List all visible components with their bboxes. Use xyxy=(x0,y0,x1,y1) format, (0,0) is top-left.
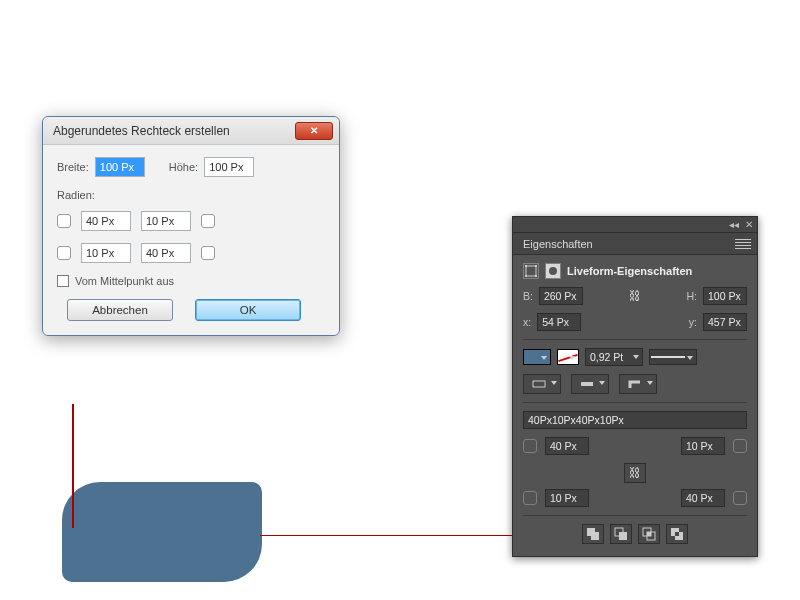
height-label: Höhe: xyxy=(169,161,198,173)
svg-rect-14 xyxy=(647,532,651,536)
radius-tr-field[interactable]: 10 Px xyxy=(681,437,725,455)
separator xyxy=(523,402,747,403)
fill-color-swatch[interactable] xyxy=(523,349,551,365)
liveform-mask-icon[interactable] xyxy=(545,263,561,279)
stroke-align-dropdown[interactable] xyxy=(523,374,561,394)
panel-tabbar: Eigenschaften xyxy=(513,233,757,255)
stroke-color-none[interactable] xyxy=(557,349,579,365)
pathfinder-intersect-button[interactable] xyxy=(638,524,660,544)
corner-bl-icon xyxy=(523,491,537,505)
width-label: Breite: xyxy=(57,161,89,173)
svg-rect-9 xyxy=(591,532,599,540)
height-h-field[interactable]: 100 Px xyxy=(703,287,747,305)
x-field[interactable]: 54 Px xyxy=(537,313,581,331)
corner-br-icon xyxy=(733,491,747,505)
stroke-weight-field[interactable]: 0,92 Pt xyxy=(585,348,643,366)
stroke-join-dropdown[interactable] xyxy=(619,374,657,394)
height-input[interactable]: 100 Px xyxy=(204,157,254,177)
separator xyxy=(523,515,747,516)
pathfinder-exclude-button[interactable] xyxy=(666,524,688,544)
properties-panel: ◂◂ ✕ Eigenschaften Liveform-Eigenschafte… xyxy=(512,216,758,557)
radius-tl-input[interactable]: 40 Px xyxy=(81,211,131,231)
radius-br-field[interactable]: 40 Px xyxy=(681,489,725,507)
corner-top-left-icon xyxy=(57,214,71,228)
panel-top-strip: ◂◂ ✕ xyxy=(513,217,757,233)
separator xyxy=(523,339,747,340)
panel-header: Liveform-Eigenschaften xyxy=(567,265,692,277)
panel-tab-properties[interactable]: Eigenschaften xyxy=(523,238,593,250)
stroke-style-dropdown[interactable] xyxy=(649,349,697,365)
from-center-checkbox[interactable] xyxy=(57,275,69,287)
svg-rect-17 xyxy=(675,532,679,536)
corner-bottom-left-icon xyxy=(57,246,71,260)
create-rounded-rectangle-dialog: Abgerundetes Rechteck erstellen ✕ Breite… xyxy=(42,116,340,336)
stroke-cap-dropdown[interactable] xyxy=(571,374,609,394)
pathfinder-unite-button[interactable] xyxy=(582,524,604,544)
radius-bl-input[interactable]: 10 Px xyxy=(81,243,131,263)
close-panel-icon[interactable]: ✕ xyxy=(745,219,753,230)
dialog-titlebar[interactable]: Abgerundetes Rechteck erstellen ✕ xyxy=(43,117,339,145)
y-label: y: xyxy=(689,316,697,328)
dialog-title: Abgerundetes Rechteck erstellen xyxy=(53,124,230,138)
corner-tl-icon xyxy=(523,439,537,453)
svg-point-5 xyxy=(549,267,557,275)
pathfinder-subtract-button[interactable] xyxy=(610,524,632,544)
annotation-line xyxy=(260,535,512,536)
svg-rect-1 xyxy=(525,265,527,267)
svg-rect-2 xyxy=(535,265,537,267)
panel-menu-icon[interactable] xyxy=(735,239,751,249)
y-field[interactable]: 457 Px xyxy=(703,313,747,331)
radius-br-input[interactable]: 40 Px xyxy=(141,243,191,263)
close-button[interactable]: ✕ xyxy=(295,122,333,140)
radius-bl-field[interactable]: 10 Px xyxy=(545,489,589,507)
collapse-icon[interactable]: ◂◂ xyxy=(729,219,739,230)
width-input[interactable]: 100 Px xyxy=(95,157,145,177)
height-h-label: H: xyxy=(687,290,698,302)
svg-rect-3 xyxy=(525,275,527,277)
width-b-label: B: xyxy=(523,290,533,302)
radii-label: Radien: xyxy=(57,189,325,201)
cancel-button[interactable]: Abbrechen xyxy=(67,299,173,321)
annotation-line xyxy=(72,404,74,528)
link-wh-icon[interactable]: ⛓ xyxy=(629,289,641,303)
corner-tr-icon xyxy=(733,439,747,453)
radii-summary-field[interactable]: 40Px10Px40Px10Px xyxy=(523,411,747,429)
link-radii-button[interactable]: ⛓ xyxy=(624,463,646,483)
svg-rect-4 xyxy=(535,275,537,277)
ok-button[interactable]: OK xyxy=(195,299,301,321)
svg-rect-11 xyxy=(619,532,627,540)
svg-rect-0 xyxy=(526,266,536,276)
liveform-bounds-icon[interactable] xyxy=(523,263,539,279)
width-b-field[interactable]: 260 Px xyxy=(539,287,583,305)
corner-bottom-right-icon xyxy=(201,246,215,260)
svg-rect-6 xyxy=(533,381,545,387)
from-center-label: Vom Mittelpunkt aus xyxy=(75,275,174,287)
radius-tl-field[interactable]: 40 Px xyxy=(545,437,589,455)
x-label: x: xyxy=(523,316,531,328)
corner-top-right-icon xyxy=(201,214,215,228)
radius-tr-input[interactable]: 10 Px xyxy=(141,211,191,231)
rounded-rectangle-preview xyxy=(62,482,262,582)
